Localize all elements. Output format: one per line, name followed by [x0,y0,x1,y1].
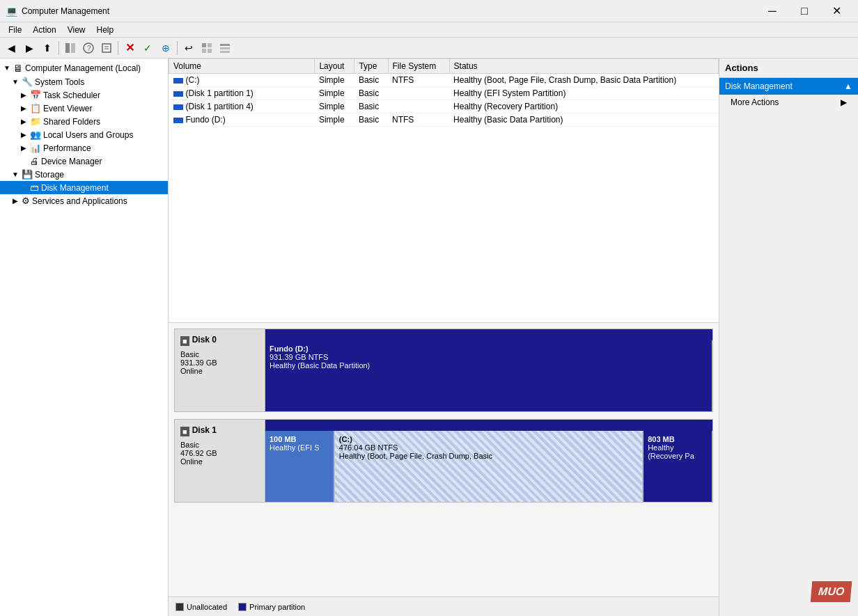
c-part-status: Healthy (Boot, Page File, Crash Dump, Ba… [339,452,638,460]
close-button[interactable]: ✕ [820,0,852,22]
disk-0-parts-row: Fundo (D:) 931.39 GB NTFS Healthy (Basic… [265,340,712,411]
disk-1-color-indicator: ■ [180,427,189,436]
c-part-size: 476.04 GB NTFS [339,443,638,452]
toolbar-export[interactable]: ✓ [139,40,156,56]
table-row[interactable]: (Disk 1 partition 1)SimpleBasicHealthy (… [169,87,719,100]
toolbar-refresh[interactable]: ↩ [180,40,197,56]
actions-title: Actions [725,63,758,73]
cell-volume: (Disk 1 partition 1) [169,87,315,100]
toolbar-sep-3 [177,41,178,55]
primary-box [238,603,247,611]
toolbar-help[interactable]: ? [80,40,97,56]
cell-type: Basic [354,113,388,127]
toolbar-add[interactable]: ⊕ [157,40,174,56]
expander-icon: ▼ [11,78,20,86]
svg-rect-11 [220,44,230,46]
toolbar-back[interactable]: ◀ [3,40,20,56]
disk-1-row: ■ Disk 1 Basic 476.92 GB Online 100 MB H… [174,419,713,503]
disk-management-section-header[interactable]: Disk Management ▲ [719,78,858,95]
sidebar-item-storage[interactable]: ▼ 💾 Storage [0,168,168,181]
disk-visual-area: ■ Disk 0 Basic 931.39 GB Online Fundo (D… [169,323,719,597]
svg-rect-8 [208,43,212,47]
cell-type: Basic [354,87,388,100]
svg-rect-10 [208,49,212,53]
title-bar: 💻 Computer Management ─ □ ✕ [0,0,858,22]
disk-0-row: ■ Disk 0 Basic 931.39 GB Online Fundo (D… [174,329,713,412]
legend-primary: Primary partition [238,603,305,611]
cell-filesystem: NTFS [388,74,449,87]
disk-0-status: Online [180,367,259,375]
menu-view[interactable]: View [62,24,91,36]
sidebar-item-task-scheduler[interactable]: ▶ 📅 Task Scheduler [0,88,168,102]
toolbar-forward[interactable]: ▶ [21,40,38,56]
toolbar-delete[interactable]: ✕ [121,40,138,56]
disk-1-size: 476.92 GB [180,449,259,457]
svg-rect-9 [202,49,206,53]
toolbar-properties[interactable] [98,40,115,56]
sidebar-label-performance: Performance [43,143,91,153]
efi-part-status: Healthy (EFI S [270,443,329,452]
svg-rect-7 [202,43,206,47]
sidebar-item-computer-management[interactable]: ▼ 🖥 Computer Management (Local) [0,61,168,75]
maximize-button[interactable]: □ [788,0,820,22]
disk-1-name: Disk 1 [192,425,217,435]
cell-volume: Fundo (D:) [169,113,315,127]
table-row[interactable]: Fundo (D:)SimpleBasicNTFSHealthy (Basic … [169,113,719,127]
sidebar-item-performance[interactable]: ▶ 📊 Performance [0,141,168,155]
cell-status: Healthy (Basic Data Partition) [449,113,718,127]
disk-0-type: Basic [180,350,259,358]
sidebar-item-disk-management[interactable]: ▶ 🗃 Disk Management [0,181,168,194]
cell-layout: Simple [315,113,354,127]
expander-icon: ▼ [3,64,11,72]
fundo-part-name: Fundo (D:) [270,345,708,353]
more-actions-item[interactable]: More Actions ▶ [719,95,858,110]
sidebar-item-device-manager[interactable]: ▶ 🖨 Device Manager [0,155,168,168]
toolbar-view2[interactable] [217,40,233,56]
disk-0-color-indicator: ■ [180,336,189,346]
cell-volume: (C:) [169,74,315,87]
menu-help[interactable]: Help [91,24,120,36]
task-scheduler-icon: 📅 [30,90,41,100]
col-volume[interactable]: Volume [169,59,315,74]
minimize-button[interactable]: ─ [756,0,788,22]
volume-table-container[interactable]: Volume Layout Type File System Status (C… [169,58,719,323]
menu-action[interactable]: Action [27,24,61,36]
toolbar-up[interactable]: ⬆ [39,40,56,56]
table-row[interactable]: (Disk 1 partition 4)SimpleBasicHealthy (… [169,100,719,113]
local-users-icon: 👥 [30,129,41,140]
disk-1-part-recovery[interactable]: 803 MB Healthy (Recovery Pa [643,431,712,502]
sidebar-item-services-apps[interactable]: ▶ ⚙ Services and Applications [0,194,168,207]
disk-1-part-c[interactable]: (C:) 476.04 GB NTFS Healthy (Boot, Page … [334,431,643,502]
table-row[interactable]: (C:)SimpleBasicNTFSHealthy (Boot, Page F… [169,74,719,87]
col-type[interactable]: Type [354,59,388,74]
disk-1-part-efi[interactable]: 100 MB Healthy (EFI S [265,431,334,502]
computer-management-icon: 🖥 [13,63,23,74]
toolbar-view1[interactable] [198,40,215,56]
watermark: MUO [810,581,852,602]
sidebar-item-event-viewer[interactable]: ▶ 📋 Event Viewer [0,102,168,115]
fundo-part-size: 931.39 GB NTFS [270,353,708,361]
sidebar-item-system-tools[interactable]: ▼ 🔧 System Tools [0,75,168,88]
toolbar-show-hide[interactable] [62,40,79,56]
disk-management-icon: 🗃 [30,182,39,193]
sidebar-label-device-manager: Device Manager [41,157,102,166]
legend-unallocated-label: Unallocated [187,603,227,611]
sidebar-item-shared-folders[interactable]: ▶ 📁 Shared Folders [0,115,168,128]
disk-mgmt-section-label: Disk Management [725,81,793,91]
volume-color-icon [173,78,183,84]
expander-icon: ▶ [20,104,28,113]
col-filesystem[interactable]: File System [388,59,449,74]
sidebar-label-shared-folders: Shared Folders [43,117,100,127]
disk-0-part-fundo[interactable]: Fundo (D:) 931.39 GB NTFS Healthy (Basic… [265,340,712,411]
legend-unallocated: Unallocated [176,603,227,611]
cell-layout: Simple [315,74,354,87]
col-layout[interactable]: Layout [315,59,354,74]
device-manager-icon: 🖨 [30,156,39,166]
svg-rect-0 [65,43,70,53]
col-status[interactable]: Status [449,59,718,74]
sidebar-label-system-tools: System Tools [35,77,84,87]
disk-1-label: ■ Disk 1 Basic 476.92 GB Online [175,420,265,502]
sidebar-item-local-users[interactable]: ▶ 👥 Local Users and Groups [0,128,168,141]
shared-folders-icon: 📁 [30,116,41,127]
menu-file[interactable]: File [3,24,27,36]
